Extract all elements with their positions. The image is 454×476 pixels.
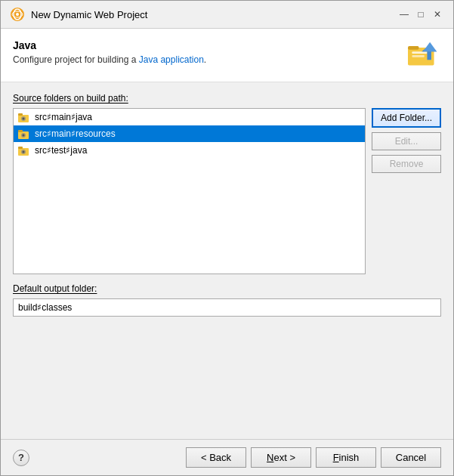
dialog: New Dynamic Web Project — □ ✕ Java Confi… (0, 0, 454, 476)
help-button[interactable]: ? (13, 450, 29, 466)
svg-rect-11 (18, 113, 23, 116)
list-item[interactable]: src♯test♯java (14, 142, 365, 159)
folder-icon-1 (18, 111, 30, 123)
header-text: Java Configure project for building a Ja… (13, 39, 206, 65)
footer-buttons: < Back Next > Finish Cancel (186, 447, 441, 468)
cancel-button[interactable]: Cancel (381, 447, 441, 468)
svg-point-17 (23, 134, 25, 137)
subtitle-pre: Configure project for building a (13, 54, 139, 65)
list-item[interactable]: src♯main♯resources (14, 125, 365, 142)
title-bar-left: New Dynamic Web Project (10, 7, 147, 22)
list-item-text-3: src♯test♯java (35, 145, 87, 156)
folder-icon-2 (18, 128, 30, 140)
svg-point-13 (23, 118, 25, 120)
svg-rect-5 (408, 46, 419, 50)
svg-rect-7 (412, 55, 424, 57)
title-controls: — □ ✕ (397, 8, 444, 21)
svg-marker-9 (423, 42, 437, 52)
footer: ? < Back Next > Finish Cancel (1, 439, 453, 475)
close-button[interactable]: ✕ (431, 8, 444, 21)
list-item-text-2: src♯main♯resources (35, 128, 116, 139)
header-subtitle: Configure project for building a Java ap… (13, 54, 206, 65)
svg-point-21 (23, 151, 25, 153)
output-folder-section: Default output folder: (13, 283, 441, 317)
header-icon (405, 36, 441, 73)
footer-left: ? (13, 450, 29, 466)
source-folders-section: Source folders on build path: src♯mai (13, 93, 441, 274)
app-icon (10, 7, 25, 22)
title-bar: New Dynamic Web Project — □ ✕ (1, 1, 453, 29)
finish-button[interactable]: Finish (316, 447, 376, 468)
output-folder-input[interactable] (13, 298, 441, 317)
maximize-button[interactable]: □ (414, 8, 428, 21)
content: Source folders on build path: src♯mai (1, 82, 453, 439)
svg-rect-15 (18, 130, 23, 132)
subtitle-link[interactable]: Java application (139, 54, 204, 65)
header-section: Java Configure project for building a Ja… (1, 29, 453, 82)
side-buttons: Add Folder... Edit... Remove (372, 108, 441, 274)
svg-rect-6 (412, 51, 427, 54)
dialog-title: New Dynamic Web Project (31, 9, 147, 20)
subtitle-post: . (204, 54, 206, 65)
source-folders-label: Source folders on build path: (13, 93, 441, 104)
header-title: Java (13, 39, 206, 51)
add-folder-button[interactable]: Add Folder... (372, 108, 441, 128)
list-item[interactable]: src♯main♯java (14, 109, 365, 125)
minimize-button[interactable]: — (397, 8, 411, 21)
edit-button[interactable]: Edit... (372, 132, 441, 150)
svg-point-3 (16, 13, 19, 16)
back-button[interactable]: < Back (186, 447, 246, 468)
source-folders-row: src♯main♯java src♯main♯resources (13, 108, 441, 274)
output-folder-label: Default output folder: (13, 283, 441, 294)
next-button[interactable]: Next > (251, 447, 311, 468)
source-list[interactable]: src♯main♯java src♯main♯resources (13, 108, 366, 274)
svg-rect-19 (18, 147, 23, 149)
remove-button[interactable]: Remove (372, 155, 441, 173)
folder-icon-3 (18, 144, 30, 156)
list-item-text-1: src♯main♯java (35, 112, 92, 122)
